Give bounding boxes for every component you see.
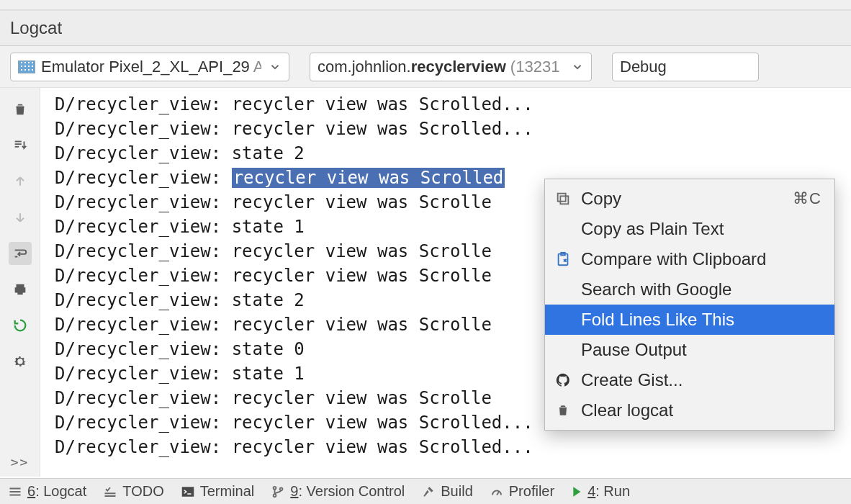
panel-title-text: Logcat <box>10 18 62 38</box>
device-select[interactable]: Emulator Pixel_2_XL_API_29 Anc <box>10 53 289 81</box>
app-pkg-bold: recyclerview <box>411 58 506 76</box>
label: Build <box>441 483 472 500</box>
mnemonic: 4 <box>587 483 595 499</box>
log-level-text: Debug <box>620 58 751 76</box>
restart-icon[interactable] <box>9 314 32 337</box>
play-icon <box>572 486 582 498</box>
checklist-icon <box>104 487 117 497</box>
label: Profiler <box>509 483 554 500</box>
context-menu-label: Pause Output <box>581 340 821 360</box>
context-menu-label: Fold Lines Like This <box>581 310 821 330</box>
trash-icon[interactable] <box>9 98 32 121</box>
log-selection: recycler view was Scrolled <box>232 168 505 188</box>
label: Terminal <box>200 483 255 500</box>
log-line[interactable]: D/recycler_view: recycler view was Scrol… <box>55 435 851 459</box>
gauge-icon <box>490 485 503 498</box>
context-menu-item[interactable]: Clear logcat <box>545 395 834 426</box>
context-menu-item[interactable]: Fold Lines Like This <box>545 305 834 335</box>
log-level-select[interactable]: Debug <box>612 53 759 81</box>
window-top-strip <box>0 0 851 10</box>
terminal-icon <box>181 486 194 498</box>
github-icon <box>552 372 574 388</box>
tool-window-todo[interactable]: TODO <box>104 483 163 500</box>
rail-more-icon[interactable]: >> <box>11 454 30 469</box>
hammer-icon <box>422 485 435 498</box>
context-menu-item[interactable]: Copy as Plain Text <box>545 214 834 244</box>
app-pid-tail: (13231 <box>506 58 560 76</box>
panel-title: Logcat <box>0 10 851 46</box>
chevron-down-icon <box>571 60 584 73</box>
context-menu-label: Compare with Clipboard <box>581 249 821 269</box>
context-menu-label: Create Gist... <box>581 370 821 390</box>
label: : Run <box>595 483 630 499</box>
mnemonic: 9 <box>290 483 298 499</box>
log-line[interactable]: D/recycler_view: recycler view was Scrol… <box>55 92 851 117</box>
tool-window-logcat[interactable]: 6: Logcat <box>9 483 86 500</box>
copy-icon <box>552 191 574 207</box>
app-select[interactable]: com.johnlion.recyclerview (13231 <box>310 53 592 81</box>
logcat-toolbar: Emulator Pixel_2_XL_API_29 Anc com.johnl… <box>0 46 851 88</box>
svg-point-7 <box>280 487 283 490</box>
svg-rect-0 <box>560 196 568 204</box>
log-line[interactable]: D/recycler_view: recycler view was Scrol… <box>55 117 851 141</box>
trash-icon <box>552 403 574 418</box>
device-os-tail: Anc <box>250 58 261 76</box>
context-menu-label: Clear logcat <box>581 400 821 420</box>
svg-point-5 <box>274 486 276 489</box>
svg-rect-1 <box>558 194 566 202</box>
tool-window-profiler[interactable]: Profiler <box>490 483 554 500</box>
tool-window-terminal[interactable]: Terminal <box>181 483 255 500</box>
device-name: Emulator Pixel_2_XL_API_29 <box>41 58 250 76</box>
context-menu-label: Copy as Plain Text <box>581 219 821 239</box>
list-icon <box>9 487 22 497</box>
compare-clipboard-icon <box>552 251 574 267</box>
print-icon[interactable] <box>9 278 32 301</box>
app-select-text: com.johnlion.recyclerview (13231 <box>318 58 564 76</box>
context-menu-shortcut: ⌘C <box>793 189 821 208</box>
device-icon <box>18 60 35 73</box>
context-menu-item[interactable]: Copy⌘C <box>545 184 834 214</box>
log-line[interactable]: D/recycler_view: state 2 <box>55 141 851 166</box>
label: : Version Control <box>298 483 405 499</box>
context-menu-item[interactable]: Compare with Clipboard <box>545 244 834 274</box>
bottom-toolbar: 6: Logcat TODO Terminal 9: Version Contr… <box>0 478 851 504</box>
device-select-text: Emulator Pixel_2_XL_API_29 Anc <box>41 58 261 76</box>
tool-window-vcs[interactable]: 9: Version Control <box>271 483 405 500</box>
tool-window-run[interactable]: 4: Run <box>572 483 630 500</box>
svg-point-6 <box>274 494 276 497</box>
tool-window-build[interactable]: Build <box>422 483 472 500</box>
branch-icon <box>271 485 284 498</box>
label: : Logcat <box>35 483 86 499</box>
context-menu-item[interactable]: Create Gist... <box>545 365 834 395</box>
soft-wrap-icon[interactable] <box>9 242 32 265</box>
arrow-down-icon[interactable] <box>9 206 32 229</box>
context-menu-item[interactable]: Search with Google <box>545 274 834 305</box>
context-menu: Copy⌘CCopy as Plain TextCompare with Cli… <box>544 179 835 431</box>
context-menu-label: Copy <box>581 189 785 209</box>
gear-icon[interactable] <box>9 350 32 373</box>
label: TODO <box>122 483 163 500</box>
logcat-left-rail: >> <box>0 88 40 477</box>
context-menu-label: Search with Google <box>581 279 821 300</box>
svg-rect-4 <box>181 487 194 497</box>
arrow-up-icon[interactable] <box>9 170 32 193</box>
chevron-down-icon <box>269 60 282 73</box>
app-pkg-prefix: com.johnlion. <box>318 58 411 76</box>
scroll-to-end-icon[interactable] <box>9 134 32 157</box>
mnemonic: 6 <box>27 483 35 499</box>
context-menu-item[interactable]: Pause Output <box>545 335 834 365</box>
